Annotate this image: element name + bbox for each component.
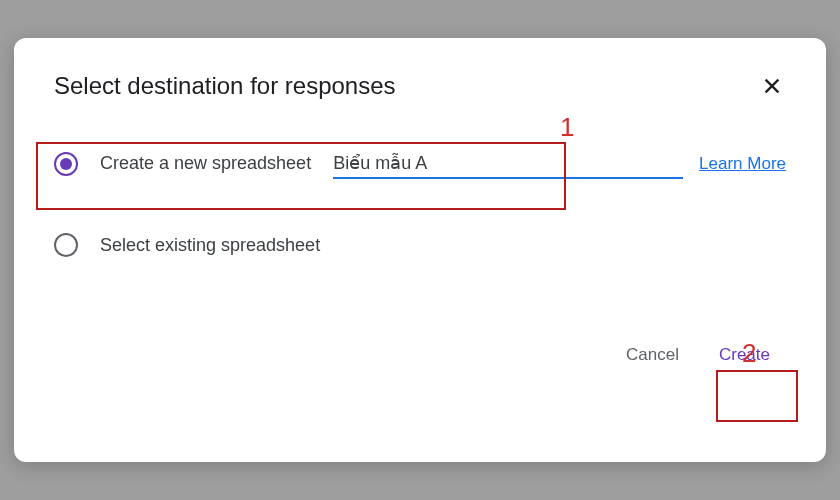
- input-underline: [333, 177, 683, 179]
- response-destination-dialog: Select destination for responses Create …: [14, 38, 826, 462]
- option-create-label: Create a new spreadsheet: [100, 153, 311, 174]
- close-icon: [761, 75, 783, 97]
- radio-create-new[interactable]: [54, 152, 78, 176]
- cancel-button[interactable]: Cancel: [610, 335, 695, 375]
- dialog-title: Select destination for responses: [54, 72, 396, 100]
- spreadsheet-name-input[interactable]: [333, 150, 633, 177]
- dialog-actions: Cancel Create: [54, 335, 786, 375]
- learn-more-link[interactable]: Learn More: [699, 154, 786, 174]
- option-existing-label: Select existing spreadsheet: [100, 235, 320, 256]
- dialog-header: Select destination for responses: [54, 72, 786, 100]
- close-button[interactable]: [758, 72, 786, 100]
- create-button[interactable]: Create: [703, 335, 786, 375]
- option-existing-row: Select existing spreadsheet: [54, 225, 786, 265]
- option-create-block: Create a new spreadsheet: [54, 150, 669, 177]
- option-create-row: Create a new spreadsheet Learn More: [54, 150, 786, 177]
- radio-select-existing[interactable]: [54, 233, 78, 257]
- spreadsheet-name-wrap: [333, 150, 633, 177]
